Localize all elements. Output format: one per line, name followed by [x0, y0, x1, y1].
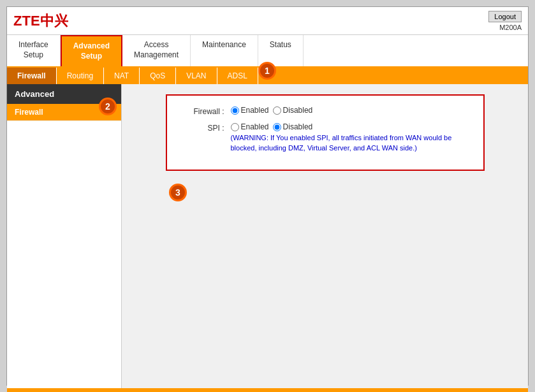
header-right: Logout M200A [488, 11, 522, 31]
spi-warning: (WARNING: If You enabled SPI, all traffi… [231, 133, 471, 153]
sub-nav-firewall[interactable]: Firewall [7, 68, 57, 84]
spi-enabled-radio[interactable] [231, 123, 239, 131]
firewall-enabled-radio[interactable] [231, 106, 239, 115]
spi-options-wrapper: Enabled Disabled (WARNING: If You enable… [231, 122, 471, 153]
main-content: Firewall : Enabled Disabled [122, 84, 528, 388]
nav-item-access[interactable]: AccessManagement [122, 35, 191, 66]
firewall-disabled-label[interactable]: Disabled [273, 106, 313, 115]
logout-button[interactable]: Logout [488, 11, 522, 22]
logo: ZTE中兴 [13, 11, 68, 31]
sub-nav-nat[interactable]: NAT [104, 68, 140, 84]
firewall-options: Enabled Disabled [231, 106, 313, 115]
annotation-circle-3: 3 [169, 184, 187, 201]
firewall-disabled-radio[interactable] [273, 106, 281, 115]
nav-item-advanced[interactable]: AdvancedSetup [61, 35, 122, 66]
spi-label: SPI : [180, 122, 224, 133]
sub-nav-vlan[interactable]: VLAN [176, 68, 217, 84]
spi-enabled-text: Enabled [241, 122, 269, 131]
sub-nav-qos[interactable]: QoS [140, 68, 176, 84]
spi-options: Enabled Disabled [231, 122, 471, 131]
model-label: M200A [499, 24, 522, 31]
annotation-circle-2: 2 [99, 98, 117, 115]
content-area: Advanced Firewall Firewall : Enabled [7, 84, 528, 388]
annotation-circle-1: 1 [258, 62, 276, 80]
header: ZTE中兴 Logout M200A [7, 7, 528, 35]
spi-disabled-text: Disabled [283, 122, 313, 131]
spi-disabled-radio[interactable] [273, 123, 281, 131]
sub-nav-adsl[interactable]: ADSL [217, 68, 258, 84]
firewall-row: Firewall : Enabled Disabled [180, 106, 471, 116]
button-bar: SAVE CANCEL [7, 388, 528, 392]
firewall-enabled-label[interactable]: Enabled [231, 106, 269, 115]
spi-enabled-label[interactable]: Enabled [231, 122, 269, 131]
firewall-disabled-text: Disabled [283, 106, 313, 115]
logo-chinese: 中兴 [40, 13, 68, 29]
logo-zte: ZTE [13, 13, 40, 29]
nav-item-maintenance[interactable]: Maintenance [191, 35, 258, 66]
spi-row: SPI : Enabled Disabled [180, 122, 471, 153]
form-box: Firewall : Enabled Disabled [166, 94, 485, 171]
sidebar: Advanced Firewall [7, 84, 122, 388]
firewall-enabled-text: Enabled [241, 106, 269, 115]
sub-nav-routing[interactable]: Routing [57, 68, 104, 84]
spi-disabled-label[interactable]: Disabled [273, 122, 313, 131]
nav-item-interface[interactable]: InterfaceSetup [7, 35, 61, 66]
firewall-label: Firewall : [180, 106, 224, 116]
